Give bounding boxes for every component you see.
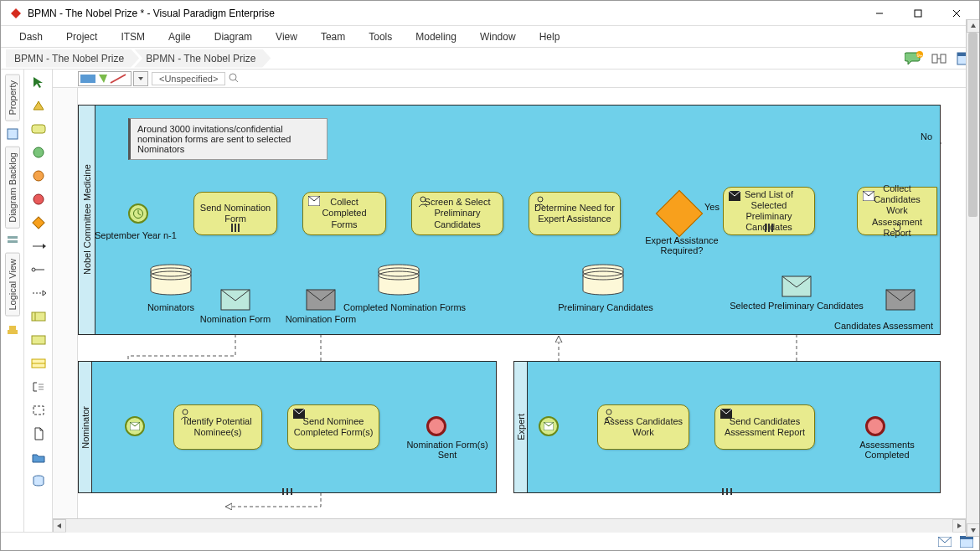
tool-gateway[interactable] bbox=[29, 214, 48, 232]
hscroll-track[interactable] bbox=[66, 519, 952, 533]
msg-candidates-assessment[interactable] bbox=[885, 289, 916, 311]
window-title: BPMN - The Nobel Prize * - Visual Paradi… bbox=[28, 8, 860, 19]
maximize-button[interactable] bbox=[899, 1, 937, 26]
svg-rect-13 bbox=[8, 236, 18, 239]
nominator-start[interactable] bbox=[125, 416, 145, 436]
task-collect-forms[interactable]: Collect Completed Forms bbox=[302, 192, 386, 235]
tool-group[interactable] bbox=[29, 401, 48, 420]
menu-modeling[interactable]: Modeling bbox=[404, 28, 468, 46]
tool-circle-green[interactable] bbox=[29, 143, 48, 162]
style-dropdown[interactable] bbox=[133, 71, 148, 86]
expert-end[interactable] bbox=[865, 416, 885, 436]
sidetab-logical[interactable]: Logical View bbox=[5, 253, 20, 317]
datastore-preliminary[interactable] bbox=[580, 264, 626, 297]
task-collect-assessment[interactable]: Collect Candidates Work Assessment Repor… bbox=[857, 187, 937, 235]
svg-line-45 bbox=[235, 80, 238, 82]
sidetab-backlog[interactable]: Diagram Backlog bbox=[5, 147, 20, 229]
vscroll-thumb[interactable] bbox=[968, 33, 977, 217]
expert-start[interactable] bbox=[539, 416, 559, 436]
send-icon bbox=[720, 409, 732, 420]
tool-pool2[interactable] bbox=[29, 331, 48, 349]
tool-pool[interactable] bbox=[29, 307, 48, 326]
datastore-preliminary-label: Preliminary Candidates bbox=[543, 302, 668, 312]
canvas[interactable]: Nobel Committee Medicine Around 3000 inv… bbox=[53, 88, 979, 518]
tool-annotation[interactable] bbox=[29, 378, 48, 396]
menu-tools[interactable]: Tools bbox=[357, 28, 404, 46]
tool-cursor[interactable] bbox=[29, 73, 48, 91]
style-chip[interactable]: <Unspecified> bbox=[152, 72, 225, 85]
scroll-up[interactable] bbox=[967, 19, 980, 33]
crumb-2[interactable]: BPMN - The Nobel Prize bbox=[134, 49, 271, 68]
svg-rect-16 bbox=[9, 326, 16, 330]
menu-window[interactable]: Window bbox=[468, 28, 528, 46]
svg-rect-15 bbox=[8, 330, 18, 334]
tool-datastore[interactable] bbox=[29, 471, 48, 490]
task-identify-nominees[interactable]: Identify Potential Nominee(s) bbox=[173, 404, 262, 450]
sidetab-property[interactable]: Property bbox=[5, 75, 20, 121]
tool-folder[interactable] bbox=[29, 448, 48, 466]
sidetab-property-icon[interactable] bbox=[5, 126, 20, 142]
tool-msgflow[interactable] bbox=[29, 284, 48, 302]
tool-circle-orange[interactable] bbox=[29, 167, 48, 185]
vscroll-track[interactable] bbox=[967, 33, 979, 523]
expand-handle[interactable] bbox=[275, 490, 300, 493]
task-send-completed-forms[interactable]: Send Nominee Completed Form(s) bbox=[287, 404, 379, 450]
tool-rounded-rect[interactable] bbox=[29, 120, 48, 138]
task-determine-need[interactable]: Determine Need for Expert Assistance bbox=[529, 192, 621, 235]
nominator-end[interactable] bbox=[426, 416, 446, 436]
vertical-scrollbar[interactable] bbox=[966, 19, 979, 537]
menu-help[interactable]: Help bbox=[528, 28, 572, 46]
minimize-button[interactable] bbox=[860, 1, 899, 26]
comment-icon[interactable]: 9+ bbox=[904, 50, 924, 67]
start-event-timer[interactable] bbox=[128, 203, 148, 224]
svg-marker-0 bbox=[11, 8, 21, 18]
status-mail-icon[interactable] bbox=[937, 534, 952, 549]
menu-team[interactable]: Team bbox=[309, 28, 357, 46]
tool-triangle[interactable] bbox=[29, 96, 48, 115]
svg-marker-98 bbox=[971, 23, 976, 28]
crumb-1[interactable]: BPMN - The Nobel Prize bbox=[6, 49, 139, 68]
breadcrumb-actions: 9+ bbox=[904, 50, 974, 67]
msg-selected-candidates[interactable] bbox=[781, 276, 812, 297]
task-assess-work[interactable]: Assess Candidates Work bbox=[597, 404, 689, 450]
scroll-right[interactable] bbox=[952, 519, 966, 533]
svg-point-75 bbox=[538, 197, 543, 202]
menu-agile[interactable]: Agile bbox=[157, 28, 203, 46]
menu-view[interactable]: View bbox=[264, 28, 309, 46]
scroll-left[interactable] bbox=[53, 519, 66, 533]
msg-nomination-form-out[interactable] bbox=[220, 289, 250, 311]
svg-point-93 bbox=[183, 409, 188, 415]
task-send-list[interactable]: Send List of Selected Preliminary Candid… bbox=[723, 187, 815, 235]
menu-itsm[interactable]: ITSM bbox=[109, 28, 157, 46]
layout-icon[interactable] bbox=[929, 50, 949, 67]
sidetab-backlog-icon[interactable] bbox=[5, 233, 20, 248]
svg-marker-17 bbox=[34, 77, 43, 88]
datastore-nominators[interactable] bbox=[148, 264, 193, 297]
tool-seqflow[interactable] bbox=[29, 237, 48, 255]
tool-assoc[interactable] bbox=[29, 260, 48, 279]
tool-circle-red[interactable] bbox=[29, 190, 48, 209]
task-send-assessment[interactable]: Send Candidates Assessment Report bbox=[714, 404, 815, 450]
sidetabs: Property Diagram Backlog Logical View bbox=[1, 70, 24, 532]
task-screen-select[interactable]: Screen & Select Preliminary Candidates bbox=[411, 192, 503, 235]
start-event-label: September Year n-1 bbox=[95, 230, 177, 240]
menu-diagram[interactable]: Diagram bbox=[203, 28, 264, 46]
annotation-text[interactable]: Around 3000 invitations/confidential nom… bbox=[128, 118, 328, 160]
datastore-completed-forms[interactable] bbox=[376, 264, 421, 297]
tool-lane[interactable] bbox=[29, 354, 48, 373]
menu-project[interactable]: Project bbox=[54, 28, 109, 46]
task-send-nomination[interactable]: Send Nomination Form bbox=[193, 192, 277, 235]
user-icon bbox=[179, 409, 191, 420]
multi-instance-marker bbox=[231, 224, 240, 232]
tool-dataobject[interactable] bbox=[29, 425, 48, 443]
menu-dash[interactable]: Dash bbox=[8, 28, 54, 46]
zoom-icon[interactable] bbox=[229, 73, 240, 85]
expand-handle-2[interactable] bbox=[714, 490, 740, 493]
horizontal-scrollbar[interactable] bbox=[53, 518, 979, 532]
canvas-wrap: <Unspecified> bbox=[53, 70, 979, 532]
sidetab-logical-icon[interactable] bbox=[5, 322, 20, 337]
scroll-down[interactable] bbox=[967, 523, 980, 537]
msg-nomination-form-in[interactable] bbox=[306, 289, 336, 311]
style-swatch[interactable] bbox=[78, 71, 132, 86]
svg-marker-100 bbox=[57, 523, 61, 528]
